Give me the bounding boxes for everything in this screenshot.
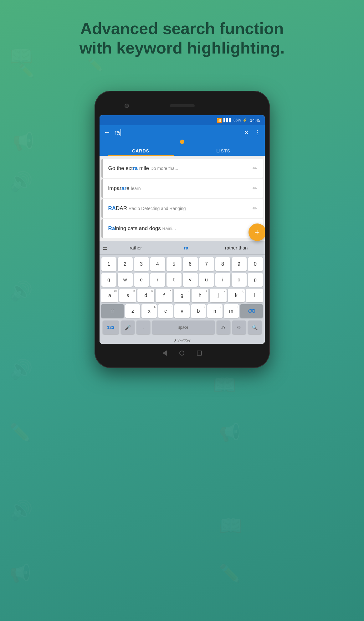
key-w[interactable]: w bbox=[118, 273, 133, 287]
key-2[interactable]: 2 bbox=[118, 257, 133, 271]
phone-nav-buttons bbox=[100, 344, 265, 362]
svg-text:🔊: 🔊 bbox=[9, 358, 33, 380]
svg-text:📢: 📢 bbox=[9, 563, 31, 583]
microphone-key[interactable]: 🎤 bbox=[121, 321, 135, 334]
tab-lists[interactable]: LISTS bbox=[182, 145, 265, 156]
key-1[interactable]: 1 bbox=[101, 257, 116, 271]
key-m[interactable]: !m bbox=[224, 304, 239, 318]
key-123[interactable]: 123 bbox=[103, 321, 119, 334]
edit-icon[interactable]: ✏ bbox=[251, 164, 259, 173]
edit-icon[interactable]: ✏ bbox=[251, 204, 259, 213]
keyboard-menu-icon[interactable]: ☰ bbox=[103, 244, 108, 251]
key-n[interactable]: ;n bbox=[207, 304, 222, 318]
key-g[interactable]: -g bbox=[174, 289, 191, 302]
key-4[interactable]: 4 bbox=[150, 257, 165, 271]
search-field[interactable]: ra bbox=[115, 129, 240, 136]
key-s[interactable]: #s bbox=[119, 289, 136, 302]
speaker bbox=[170, 104, 195, 107]
phone-top bbox=[100, 96, 265, 115]
headline: Advanced search function with keyword hi… bbox=[0, 13, 364, 64]
nav-back[interactable] bbox=[162, 350, 167, 356]
keyboard: ☰ rather ra rather than 1 2 3 4 5 6 7 bbox=[100, 241, 265, 344]
search-text: ra bbox=[115, 129, 120, 136]
key-c[interactable]: "c bbox=[158, 304, 173, 318]
key-l[interactable]: )l bbox=[246, 289, 263, 302]
space-key[interactable]: space bbox=[152, 321, 215, 334]
shift-key[interactable]: ⇧ bbox=[101, 304, 124, 318]
swiftkey-logo: ❯ SwiftKey bbox=[173, 338, 191, 342]
key-5[interactable]: 5 bbox=[167, 257, 182, 271]
result-content: imparare learn bbox=[108, 185, 251, 192]
key-d[interactable]: &d bbox=[137, 289, 154, 302]
charging-icon: ⚡ bbox=[243, 118, 247, 122]
key-b[interactable]: :b bbox=[191, 304, 206, 318]
key-7[interactable]: 7 bbox=[199, 257, 214, 271]
result-subtitle: Do more tha... bbox=[151, 166, 178, 171]
key-j[interactable]: =j bbox=[210, 289, 227, 302]
key-x[interactable]: £x bbox=[141, 304, 156, 318]
key-u[interactable]: u bbox=[199, 273, 214, 287]
svg-text:📢: 📢 bbox=[219, 422, 241, 443]
nav-home[interactable] bbox=[179, 351, 184, 356]
add-button[interactable]: + bbox=[249, 223, 265, 241]
result-title: RADAR Radio Detecting and Ranging bbox=[108, 205, 251, 212]
back-button[interactable]: ← bbox=[104, 128, 111, 136]
key-q[interactable]: q bbox=[101, 273, 116, 287]
edit-icon[interactable]: ✏ bbox=[251, 184, 259, 193]
phone-screen: 📶 ▋▋▋ 85% ⚡ 14:45 ← ra ✕ ⋮ bbox=[100, 115, 265, 344]
key-f[interactable]: *f bbox=[156, 289, 172, 302]
key-i[interactable]: i bbox=[215, 273, 230, 287]
key-h[interactable]: +h bbox=[192, 289, 208, 302]
list-item[interactable]: Go the extra mile Do more tha... ✏ bbox=[101, 159, 263, 178]
list-item[interactable]: RADAR Radio Detecting and Ranging ✏ bbox=[101, 199, 263, 218]
app-bar: ← ra ✕ ⋮ bbox=[100, 125, 265, 140]
result-subtitle: Raini... bbox=[162, 226, 176, 231]
key-9[interactable]: 9 bbox=[232, 257, 247, 271]
result-title: Go the extra mile Do more tha... bbox=[108, 165, 251, 172]
tab-bar: CARDS LISTS bbox=[100, 145, 265, 156]
key-o[interactable]: o bbox=[232, 273, 247, 287]
key-6[interactable]: 6 bbox=[183, 257, 198, 271]
nav-recent[interactable] bbox=[197, 351, 202, 356]
key-a[interactable]: @a bbox=[101, 289, 118, 302]
asdf-row: @a #s &d *f -g +h =j (k )l bbox=[101, 288, 264, 303]
list-item[interactable]: imparare learn ✏ bbox=[101, 179, 263, 198]
number-row: 1 2 3 4 5 6 7 8 9 0 bbox=[101, 257, 264, 272]
bottom-row: 123 🎤 , space ,!? ☺ 🔍 bbox=[101, 319, 264, 336]
list-item[interactable]: Raining cats and dogs Raini... ✏ + bbox=[101, 219, 263, 238]
key-3[interactable]: 3 bbox=[134, 257, 149, 271]
key-z[interactable]: -z bbox=[125, 304, 140, 318]
svg-text:✏️: ✏️ bbox=[9, 422, 31, 443]
search-key[interactable]: 🔍 bbox=[248, 321, 262, 334]
suggestion-ra[interactable]: ra bbox=[161, 245, 211, 250]
key-k[interactable]: (k bbox=[228, 289, 245, 302]
key-0[interactable]: 0 bbox=[248, 257, 263, 271]
suggestion-rather[interactable]: rather bbox=[111, 245, 161, 250]
backspace-key[interactable]: ⌫ bbox=[240, 304, 263, 318]
tab-cards[interactable]: CARDS bbox=[100, 145, 182, 156]
more-menu-button[interactable]: ⋮ bbox=[254, 129, 260, 136]
suggestion-rather-than[interactable]: rather than bbox=[211, 245, 262, 250]
camera bbox=[125, 104, 129, 108]
key-e[interactable]: e bbox=[134, 273, 149, 287]
results-list: Go the extra mile Do more tha... ✏ impar… bbox=[100, 156, 265, 241]
key-v[interactable]: 'v bbox=[174, 304, 189, 318]
svg-text:✏️: ✏️ bbox=[19, 63, 34, 78]
key-t[interactable]: t bbox=[167, 273, 182, 287]
key-p[interactable]: p bbox=[248, 273, 263, 287]
key-r[interactable]: r bbox=[150, 273, 165, 287]
emoji-key[interactable]: ☺ bbox=[232, 321, 246, 334]
comma-key[interactable]: , bbox=[136, 321, 150, 334]
svg-text:📢: 📢 bbox=[13, 131, 34, 151]
svg-text:🔊: 🔊 bbox=[9, 170, 33, 192]
svg-text:🔊: 🔊 bbox=[9, 280, 33, 302]
punct-key[interactable]: ,!? bbox=[217, 321, 230, 334]
highlight: RA bbox=[108, 205, 116, 211]
clear-button[interactable]: ✕ bbox=[244, 129, 249, 136]
key-y[interactable]: y bbox=[183, 273, 198, 287]
phone-mockup: 📶 ▋▋▋ 85% ⚡ 14:45 ← ra ✕ ⋮ bbox=[95, 91, 270, 368]
key-8[interactable]: 8 bbox=[215, 257, 230, 271]
battery-percent: 85% bbox=[233, 118, 241, 122]
keyboard-suggestions-bar: ☰ rather ra rather than bbox=[100, 241, 265, 255]
zxcv-row: ⇧ -z £x "c 'v :b ;n !m ⌫ bbox=[101, 304, 264, 319]
